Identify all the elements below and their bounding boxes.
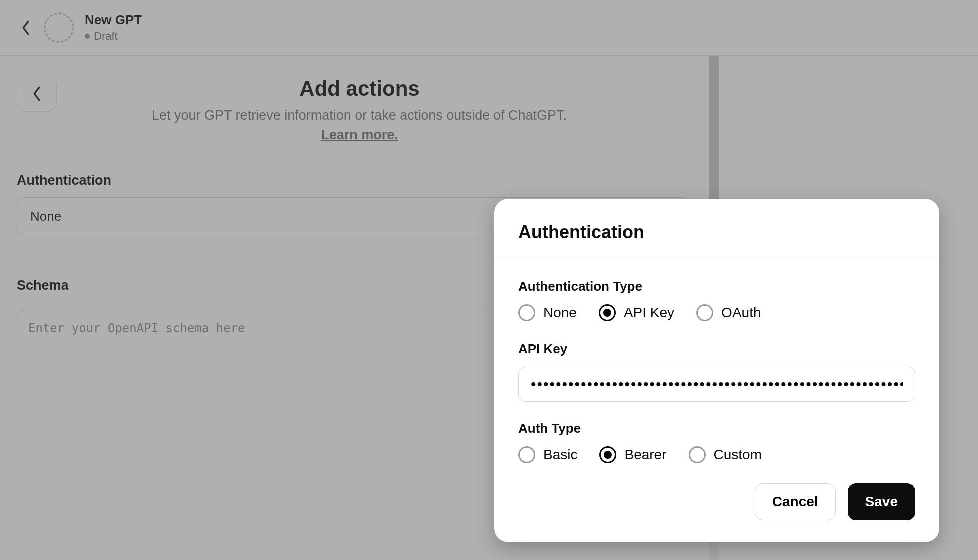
radio-label: Basic xyxy=(543,447,577,463)
api-key-label: API Key xyxy=(518,341,915,357)
radio-label: Bearer xyxy=(624,447,666,463)
modal-overlay[interactable]: Authentication Authentication Type None … xyxy=(0,0,978,560)
modal-footer: Cancel Save xyxy=(494,478,939,542)
auth-type-option-oauth[interactable]: OAuth xyxy=(696,304,761,321)
radio-label: Custom xyxy=(714,447,762,463)
save-button[interactable]: Save xyxy=(848,483,915,520)
radio-label: OAuth xyxy=(721,305,761,321)
app-root: New GPT Draft Add actions Let your GPT r… xyxy=(0,0,978,560)
radio-icon xyxy=(696,304,713,321)
radio-dot-icon xyxy=(604,451,612,459)
modal-title: Authentication xyxy=(518,222,915,243)
radio-icon xyxy=(599,446,616,463)
radio-icon xyxy=(689,446,706,463)
radio-label: API Key xyxy=(624,305,674,321)
cancel-button[interactable]: Cancel xyxy=(755,483,836,520)
radio-icon xyxy=(518,446,535,463)
auth-type-option-none[interactable]: None xyxy=(518,304,577,321)
cancel-button-label: Cancel xyxy=(772,494,818,510)
radio-label: None xyxy=(543,305,577,321)
authentication-modal: Authentication Authentication Type None … xyxy=(494,199,939,542)
radio-dot-icon xyxy=(603,309,611,317)
sub-auth-option-bearer[interactable]: Bearer xyxy=(599,446,666,463)
radio-icon xyxy=(599,304,616,321)
auth-type-option-api-key[interactable]: API Key xyxy=(599,304,674,321)
auth-type-radio-group: None API Key OAuth xyxy=(518,304,915,321)
sub-auth-option-basic[interactable]: Basic xyxy=(518,446,577,463)
modal-body: Authentication Type None API Key OAuth xyxy=(494,259,939,478)
api-key-input[interactable] xyxy=(518,367,915,402)
sub-auth-radio-group: Basic Bearer Custom xyxy=(518,446,915,463)
radio-icon xyxy=(518,304,535,321)
sub-auth-option-custom[interactable]: Custom xyxy=(689,446,762,463)
save-button-label: Save xyxy=(865,494,898,510)
auth-type-label: Authentication Type xyxy=(518,279,915,294)
sub-auth-type-label: Auth Type xyxy=(518,421,915,436)
modal-header: Authentication xyxy=(494,199,939,259)
